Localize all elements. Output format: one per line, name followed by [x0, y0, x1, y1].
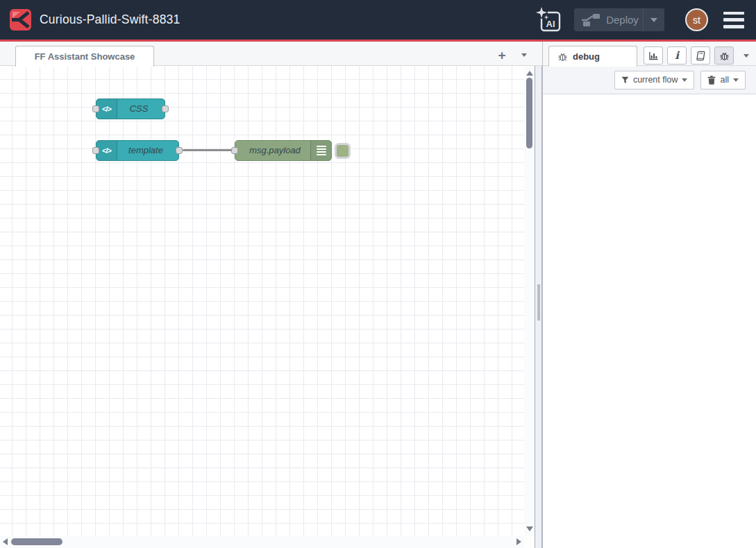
debug-filter-label: current flow [633, 75, 678, 85]
output-port[interactable] [176, 147, 183, 154]
node-red-editor: Curious-Pallid-Swift-8831 AI Deploy [0, 0, 756, 548]
trash-icon [707, 76, 716, 85]
scroll-up-arrow[interactable] [526, 71, 533, 76]
ai-sparkle-icon: AI [535, 6, 563, 34]
vertical-scroll-thumb[interactable] [526, 78, 532, 148]
chevron-down-icon [650, 18, 657, 22]
node-debug-msg-payload[interactable]: msg.payload [235, 140, 332, 161]
book-icon [696, 51, 706, 61]
flow-list-button[interactable] [515, 45, 533, 65]
horizontal-scroll-thumb[interactable] [11, 538, 62, 545]
node-css-template[interactable]: </> CSS [96, 99, 165, 119]
burger-bar [723, 18, 744, 22]
svg-text:AI: AI [546, 19, 555, 29]
sidebar-resize-separator[interactable] [535, 66, 542, 548]
flow-tab[interactable]: FF Assistant Showcase [15, 46, 154, 67]
node-label: CSS [117, 99, 160, 119]
input-port[interactable] [231, 147, 238, 154]
deploy-label: Deploy [602, 14, 643, 26]
chart-icon [648, 51, 659, 61]
scroll-down-arrow[interactable] [526, 526, 533, 531]
info-icon: i [675, 49, 679, 62]
node-label: msg.payload [240, 141, 310, 160]
input-port[interactable] [92, 147, 99, 154]
main-menu-button[interactable] [723, 12, 744, 28]
debug-filter-button[interactable]: current flow [614, 71, 695, 89]
debug-toolbar: current flow all [543, 66, 756, 94]
avatar-initials: st [693, 15, 700, 26]
debug-enable-toggle[interactable] [335, 143, 351, 159]
workspace-tabbar: FF Assistant Showcase + [0, 42, 542, 66]
instance-title: Curious-Pallid-Swift-8831 [40, 0, 180, 40]
sidebar-tab-debug-button[interactable] [714, 46, 734, 65]
burger-bar [723, 25, 744, 28]
chevron-down-icon [733, 78, 739, 82]
burger-bar [723, 12, 744, 15]
horizontal-scrollbar[interactable] [0, 536, 524, 548]
deploy-nodes-icon [581, 13, 602, 27]
sidebar-menu-button[interactable] [738, 46, 755, 65]
sidebar-tab-info-button[interactable]: i [667, 46, 687, 65]
debug-clear-label: all [720, 75, 729, 85]
sidebar-tab-dashboard-button[interactable] [644, 46, 663, 65]
debug-clear-button[interactable]: all [700, 71, 746, 89]
debug-messages-panel [543, 94, 756, 548]
input-port[interactable] [92, 105, 99, 112]
debug-sidebar: debug i [542, 42, 756, 548]
chevron-down-icon [521, 53, 527, 57]
sidebar-tab-label: debug [573, 51, 600, 62]
scroll-left-arrow[interactable] [3, 538, 8, 545]
template-code-icon: </> [96, 141, 117, 160]
app-header: Curious-Pallid-Swift-8831 AI Deploy [0, 0, 756, 40]
deploy-options-caret[interactable] [644, 18, 664, 22]
bug-icon [719, 51, 730, 61]
deploy-button[interactable]: Deploy [574, 8, 664, 31]
separator-grip[interactable] [537, 284, 540, 320]
vertical-scrollbar[interactable] [524, 66, 535, 536]
sidebar-tab-help-button[interactable] [691, 46, 710, 65]
flow-canvas[interactable]: </> CSS </> template msg.payload [0, 66, 524, 536]
wire-template-to-debug[interactable] [183, 149, 235, 151]
chevron-down-icon [682, 78, 687, 82]
bug-icon [557, 51, 568, 62]
template-code-icon: </> [96, 99, 117, 119]
node-template[interactable]: </> template [96, 140, 179, 161]
chevron-down-icon [744, 54, 749, 58]
ai-assistant-button[interactable]: AI [534, 5, 564, 35]
filter-icon [621, 76, 629, 84]
debug-list-icon [310, 141, 331, 160]
output-port[interactable] [162, 105, 169, 112]
header-actions: AI Deploy st [534, 0, 756, 40]
node-label: template [117, 141, 174, 160]
flow-tab-label: FF Assistant Showcase [35, 51, 135, 62]
sidebar-tab-debug[interactable]: debug [548, 46, 637, 67]
add-flow-button[interactable]: + [489, 45, 515, 65]
user-avatar[interactable]: st [685, 8, 708, 31]
flowfuse-logo-icon [10, 9, 31, 31]
sidebar-tabbar: debug i [543, 42, 756, 66]
scroll-right-arrow[interactable] [516, 538, 521, 545]
